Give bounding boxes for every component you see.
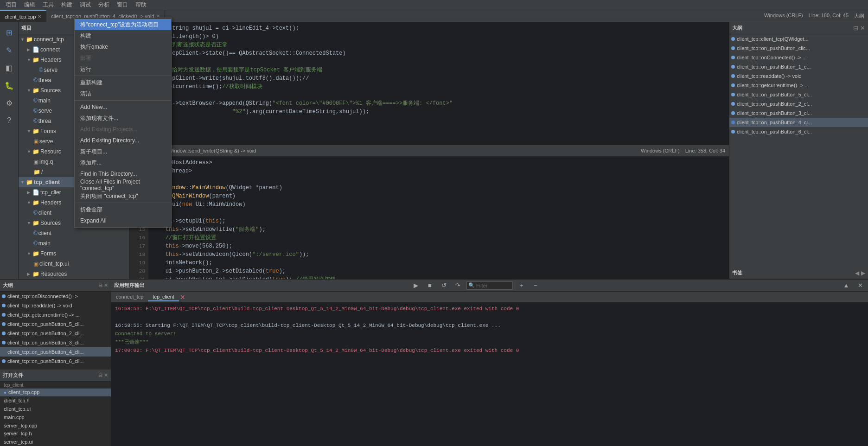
outline-item-6[interactable]: client_tcp::on_pushButton_5_cl... [729,90,868,99]
open-file-server-h[interactable]: server_tcp.h [0,429,111,438]
edit-icon-btn[interactable]: ✎ [1,42,18,58]
bottom-outline-item-4[interactable]: client_tcp::on_pushButton_2_cli... [0,329,111,338]
minus-output-icon-btn[interactable]: − [530,280,541,291]
arrow-icon: ▶ [27,47,32,52]
projects-icon-btn[interactable]: ⚙ [1,95,18,111]
outline-item-2[interactable]: client_tcp::onConnected() -> ... [729,53,868,62]
open-file-main-cpp[interactable]: main.cpp [0,413,111,421]
tree-item-client-tcp-ui[interactable]: ▣ client_tcp.ui [19,259,129,269]
open-file-server-ui[interactable]: server_tcp.ui [0,438,111,446]
maximize-output-icon-btn[interactable]: ▲ [841,280,851,291]
open-file-label: client_tcp.ui [4,406,31,412]
ctx-clean[interactable]: 清洁 [75,88,171,99]
open-file-client-tcp-cpp[interactable]: ● client_tcp.cpp [0,389,111,397]
menu-bar: 项目 编辑 工具 构建 调试 分析 窗口 帮助 [2,0,150,10]
open-files-icons[interactable]: ⊟ ✕ [98,372,108,378]
output-line-1: 16:58:55: Starting F:\QT_ITEM\QT_TCP\tcp… [115,321,864,330]
outline-item-5[interactable]: client_tcp::getcurrenttime() -> ... [729,81,868,90]
ctx-close-project[interactable]: 关闭项目 "connect_tcp" [75,191,171,202]
outline-item-label: client_tcp::on_pushButton_6_cl... [737,129,812,134]
code-text-bottom[interactable]: <QHostAddress> <Thread> MainWindow::Main… [148,157,729,279]
tree-item-resources-2[interactable]: ▶ 📁 Resources [19,269,129,279]
open-file-server-cpp[interactable]: server_tcp.cpp [0,421,111,430]
code-editor-bottom[interactable]: 89101112 1314151617 18192021 <QHostAddre… [130,157,729,279]
header-icon: © [39,67,43,73]
outline-item-1[interactable]: client_tcp::on_pushButton_clic... [729,44,868,53]
ctx-add-existing-dir[interactable]: Add Existing Directory... [75,135,171,146]
ctx-qmake[interactable]: 执行qmake [75,41,171,52]
debug-icon-btn[interactable]: 🐛 [1,77,18,94]
bottom-outline-item-1[interactable]: client_tcp::readdate() -> void [0,301,111,310]
restart-icon-btn[interactable]: ↺ [439,280,449,291]
cpp-icon: © [33,230,38,236]
arrow-icon: ▼ [27,129,32,134]
menu-window[interactable]: 窗口 [113,0,132,10]
play-icon-btn[interactable]: ▶ [411,280,421,291]
stop-icon-btn[interactable]: ■ [425,280,435,291]
bottom-outline-item-0[interactable]: client_tcp::onDisconnected() -> [0,292,111,301]
code-text-top[interactable]: QString shujul = ci->lineEdit_4->text();… [148,22,729,145]
open-file-client-h[interactable]: client_tcp.h [0,396,111,405]
ctx-run[interactable]: 运行 [75,64,171,75]
ctx-close-all-files[interactable]: Close All Files in Project "connect_tcp" [75,179,171,191]
menu-help[interactable]: 帮助 [132,0,150,10]
outline-item-8[interactable]: client_tcp::on_pushButton_3_cl... [729,108,868,118]
tree-item-client-cpp[interactable]: © client [19,228,129,238]
ctx-set-active[interactable]: 将"connect_tcp"设置为活动项目 [75,22,171,30]
bottom-outline-item-3[interactable]: client_tcp::on_pushButton_5_cli... [0,319,111,329]
outline-label: client_tcp::getcurrenttime() -> ... [7,312,80,318]
open-file-client-ui[interactable]: client_tcp.ui [0,405,111,413]
outline-item-10[interactable]: client_tcp::on_pushButton_6_cl... [729,127,868,136]
outline-item-0[interactable]: client_tcp::client_tcp(QWidget... [729,34,868,44]
outline-item-7[interactable]: client_tcp::on_pushButton_2_cl... [729,99,868,108]
ctx-find-in-dir[interactable]: Find in This Directory... [75,168,171,179]
outline-dot-icon [731,121,735,124]
bottom-outline-item-6[interactable]: client_tcp::on_pushButton_4_cli... [0,347,111,357]
design-icon-btn[interactable]: ◧ [1,59,18,76]
outline-close-icon[interactable]: ✕ [860,25,865,32]
bottom-outline-item-7[interactable]: client_tcp::on_pushButton_6_cli... [0,357,111,366]
add-output-icon-btn[interactable]: + [517,280,527,291]
ui-icon: ▣ [33,261,38,267]
close-output-icon-btn[interactable]: ✕ [855,280,865,291]
ctx-add-library[interactable]: 添加库... [75,157,171,168]
ctx-expand-all[interactable]: Expand All [75,215,171,226]
tree-item-main2-cpp[interactable]: © main [19,238,129,248]
help-icon-btn[interactable]: ? [1,112,18,129]
folder-icon: 📁 [32,148,39,155]
tab-client-tcp-cpp[interactable]: client_tcp.cpp ✕ [0,10,46,22]
bottom-area: 大纲 ⊟ ✕ client_tcp::onDisconnected() -> c… [0,279,868,446]
bookmarks-arrow2-icon[interactable]: ▶ [861,270,865,276]
ctx-add-new[interactable]: Add New... [75,102,171,113]
outline-item-4[interactable]: client_tcp::readdate() -> void [729,71,868,81]
second-editor-tab-bar: cpp ✕ MainWindow::send_write(QString &) … [130,145,729,157]
ctx-collapse-all[interactable]: 折叠全部 [75,204,171,215]
welcome-icon-btn[interactable]: ⊞ [1,24,18,41]
bookmarks-arrow-icon[interactable]: ◀ [855,270,859,276]
menu-analyze[interactable]: 分析 [95,0,113,10]
menu-build[interactable]: 构建 [57,0,76,10]
output-line-0: 16:58:53: F:\QT_ITEM\QT_TCP\tcp_client\b… [115,305,864,313]
open-file-label: client_tcp.cpp [8,389,39,395]
ctx-new-subproject[interactable]: 新子项目... [75,146,171,157]
bottom-outline-icons[interactable]: ⊟ ✕ [98,282,108,288]
output-tab-tcp-client[interactable]: tcp_client [148,293,179,301]
menu-project[interactable]: 项目 [2,0,20,10]
step-over-icon-btn[interactable]: ↷ [453,280,463,291]
menu-tools[interactable]: 工具 [39,0,57,10]
outline-filter-icon[interactable]: ⊟ [853,25,858,32]
outline-item-3[interactable]: client_tcp::on_pushButton_1_c... [729,62,868,71]
outline-dot-icon [731,65,735,69]
bottom-outline-item-5[interactable]: client_tcp::on_pushButton_3_cli... [0,338,111,347]
ctx-add-existing-file[interactable]: 添加现有文件... [75,113,171,124]
tree-item-forms-2[interactable]: ▼ 📁 Forms [19,248,129,259]
code-editor-top[interactable]: QString shujul = ci->lineEdit_4->text();… [130,22,729,145]
bottom-outline-item-2[interactable]: client_tcp::getcurrenttime() -> ... [0,310,111,319]
output-tab-connect-tcp[interactable]: connect_tcp [111,293,148,301]
menu-debug[interactable]: 调试 [76,0,95,10]
tab-close-icon[interactable]: ✕ [38,14,41,19]
menu-edit[interactable]: 编辑 [20,0,39,10]
ctx-rebuild[interactable]: 重新构建 [75,77,171,88]
outline-item-9[interactable]: client_tcp::on_pushButton_4_cl... [729,118,868,127]
ctx-build[interactable]: 构建 [75,30,171,41]
